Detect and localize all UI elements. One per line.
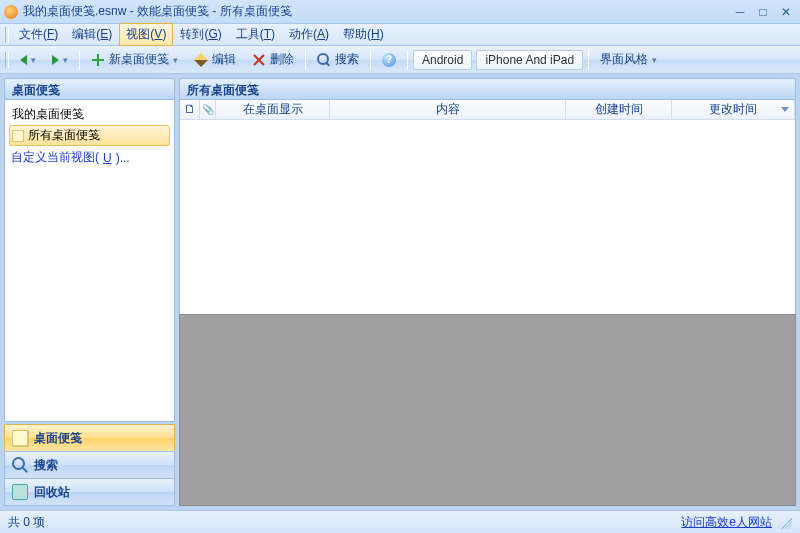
status-count: 共 0 项 xyxy=(8,514,45,531)
nav-recycle[interactable]: 回收站 xyxy=(4,478,175,506)
tree-root[interactable]: 我的桌面便笺 xyxy=(9,104,170,125)
column-headers: 🗋 📎 在桌面显示 内容 创建时间 更改时间 xyxy=(180,100,795,120)
sidebar-tree[interactable]: 我的桌面便笺 所有桌面便笺 自定义当前视图(U)... xyxy=(4,100,175,422)
col-content[interactable]: 内容 xyxy=(330,100,566,119)
chevron-down-icon: ▾ xyxy=(63,55,68,65)
customize-view-link[interactable]: 自定义当前视图(U)... xyxy=(9,146,170,169)
grid-empty-area[interactable] xyxy=(180,120,795,314)
search-button[interactable]: 搜索 xyxy=(310,48,366,71)
toolbar-separator xyxy=(588,50,589,70)
pencil-icon xyxy=(194,53,208,67)
nav-back-button[interactable]: ▾ xyxy=(13,52,43,68)
app-icon xyxy=(4,5,18,19)
delete-icon xyxy=(252,53,266,67)
chevron-down-icon: ▾ xyxy=(652,55,657,65)
nav-search-label: 搜索 xyxy=(34,457,58,474)
delete-button[interactable]: 删除 xyxy=(245,48,301,71)
main-header: 所有桌面便笺 xyxy=(179,78,796,100)
menu-bar: 文件(F) 编辑(E) 视图(V) 转到(G) 工具(T) 动作(A) 帮助(H… xyxy=(0,24,800,46)
paperclip-icon: 📎 xyxy=(202,104,214,115)
nav-list: 桌面便笺 搜索 回收站 xyxy=(4,425,175,506)
status-bar: 共 0 项 访问高效e人网站 xyxy=(0,510,800,533)
new-note-button[interactable]: 新桌面便笺▾ xyxy=(84,48,185,71)
toolbar-grip[interactable] xyxy=(5,52,9,68)
toolbar: ▾ ▾ 新桌面便笺▾ 编辑 删除 搜索 ? Android iPhone And… xyxy=(0,46,800,74)
toolbar-separator xyxy=(370,50,371,70)
tree-item-all-notes[interactable]: 所有桌面便笺 xyxy=(9,125,170,146)
search-icon xyxy=(317,53,331,67)
note-icon xyxy=(12,130,24,142)
search-label: 搜索 xyxy=(335,51,359,68)
plus-icon xyxy=(91,53,105,67)
edit-button[interactable]: 编辑 xyxy=(187,48,243,71)
preview-pane xyxy=(179,314,796,506)
sort-desc-icon xyxy=(781,107,789,112)
col-modified[interactable]: 更改时间 xyxy=(672,100,795,119)
help-button[interactable]: ? xyxy=(375,50,403,70)
menu-edit[interactable]: 编辑(E) xyxy=(65,23,119,46)
col-modified-label: 更改时间 xyxy=(709,102,757,116)
menu-action[interactable]: 动作(A) xyxy=(282,23,336,46)
toolbar-separator xyxy=(305,50,306,70)
body-area: 桌面便笺 我的桌面便笺 所有桌面便笺 自定义当前视图(U)... 桌面便笺 搜索… xyxy=(0,74,800,510)
sidebar-header: 桌面便笺 xyxy=(4,78,175,100)
resize-grip[interactable] xyxy=(778,515,792,529)
nav-search[interactable]: 搜索 xyxy=(4,451,175,479)
tree-root-label: 我的桌面便笺 xyxy=(12,106,84,123)
arrow-right-icon xyxy=(52,55,59,65)
nav-notes-label: 桌面便笺 xyxy=(34,430,82,447)
title-bar: 我的桌面便笺.esnw - 效能桌面便笺 - 所有桌面便笺 ─ □ ✕ xyxy=(0,0,800,24)
edit-label: 编辑 xyxy=(212,51,236,68)
col-created[interactable]: 创建时间 xyxy=(566,100,672,119)
menu-goto[interactable]: 转到(G) xyxy=(173,23,228,46)
recycle-icon xyxy=(12,484,28,500)
ui-style-label: 界面风格 xyxy=(600,51,648,68)
toolbar-separator xyxy=(407,50,408,70)
notes-icon xyxy=(12,430,28,446)
platform-android-button[interactable]: Android xyxy=(413,50,472,70)
help-icon: ? xyxy=(382,53,396,67)
nav-recycle-label: 回收站 xyxy=(34,484,70,501)
menu-file[interactable]: 文件(F) xyxy=(12,23,65,46)
list-pane: 🗋 📎 在桌面显示 内容 创建时间 更改时间 xyxy=(179,100,796,315)
menu-help[interactable]: 帮助(H) xyxy=(336,23,391,46)
tree-item-label: 所有桌面便笺 xyxy=(28,127,100,144)
toolbar-separator xyxy=(79,50,80,70)
nav-forward-button[interactable]: ▾ xyxy=(45,52,75,68)
new-note-label: 新桌面便笺 xyxy=(109,51,169,68)
maximize-button[interactable]: □ xyxy=(753,4,773,20)
platform-iphone-button[interactable]: iPhone And iPad xyxy=(476,50,583,70)
chevron-down-icon: ▾ xyxy=(31,55,36,65)
delete-label: 删除 xyxy=(270,51,294,68)
main-area: 所有桌面便笺 🗋 📎 在桌面显示 内容 创建时间 更改时间 xyxy=(179,78,796,506)
close-button[interactable]: ✕ xyxy=(776,4,796,20)
ui-style-button[interactable]: 界面风格▾ xyxy=(593,48,664,71)
menu-tools[interactable]: 工具(T) xyxy=(229,23,282,46)
window-title: 我的桌面便笺.esnw - 效能桌面便笺 - 所有桌面便笺 xyxy=(23,3,727,20)
col-icon[interactable]: 🗋 xyxy=(180,100,200,119)
menu-view[interactable]: 视图(V) xyxy=(119,23,173,46)
menu-grip[interactable] xyxy=(5,27,9,43)
sidebar: 桌面便笺 我的桌面便笺 所有桌面便笺 自定义当前视图(U)... 桌面便笺 搜索… xyxy=(4,78,175,506)
status-website-link[interactable]: 访问高效e人网站 xyxy=(681,514,772,531)
chevron-down-icon: ▾ xyxy=(173,55,178,65)
minimize-button[interactable]: ─ xyxy=(730,4,750,20)
col-attachment[interactable]: 📎 xyxy=(200,100,216,119)
arrow-left-icon xyxy=(20,55,27,65)
nav-notes[interactable]: 桌面便笺 xyxy=(4,424,175,452)
col-on-desktop[interactable]: 在桌面显示 xyxy=(216,100,330,119)
search-icon xyxy=(12,457,28,473)
